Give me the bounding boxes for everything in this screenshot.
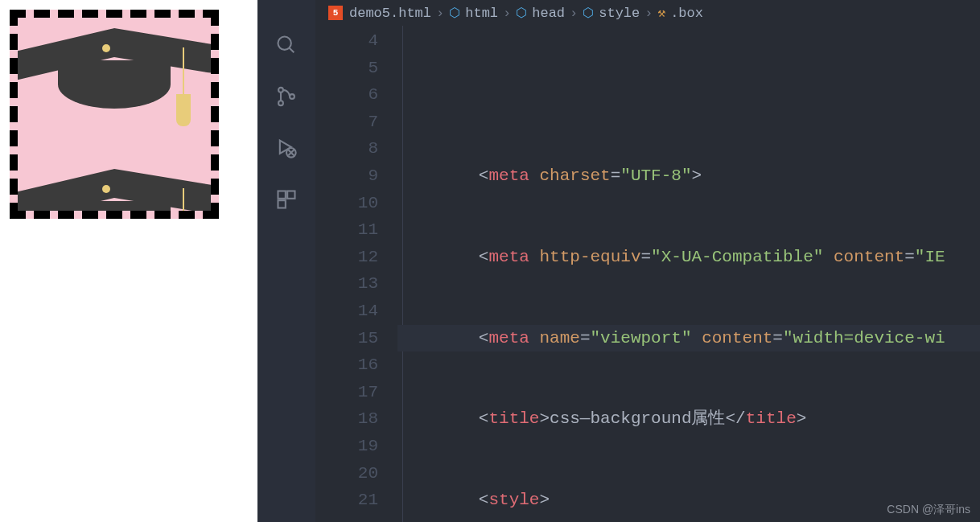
chevron-right-icon: › xyxy=(570,6,578,21)
hat-image xyxy=(10,22,219,134)
block-icon: ⬡ xyxy=(516,5,527,21)
rendered-box xyxy=(10,10,219,219)
breadcrumb[interactable]: 5 demo5.html › ⬡ html › ⬡ head › ⬡ style… xyxy=(315,0,980,26)
code-content[interactable]: <meta charset="UTF-8"> <meta http-equiv=… xyxy=(397,26,980,522)
code-line[interactable]: <meta name="viewport" content="width=dev… xyxy=(397,325,980,352)
hat-image xyxy=(10,162,219,219)
activity-bar xyxy=(257,0,315,522)
search-icon[interactable] xyxy=(274,32,299,58)
editor-area: 5 demo5.html › ⬡ html › ⬡ head › ⬡ style… xyxy=(315,0,980,522)
run-debug-icon[interactable] xyxy=(274,135,299,161)
chevron-right-icon: › xyxy=(644,6,653,21)
svg-point-0 xyxy=(278,37,291,50)
code-line[interactable]: <meta charset="UTF-8"> xyxy=(397,162,980,190)
breadcrumb-part[interactable]: head xyxy=(532,6,565,21)
svg-line-1 xyxy=(290,48,294,53)
line-gutter: 4 5 6 7 8 9 10 11 12 13 14 15 16 17 18 1… xyxy=(315,26,397,522)
svg-point-3 xyxy=(278,101,283,105)
chevron-right-icon: › xyxy=(503,6,511,21)
code-line[interactable]: <meta http-equiv="X-UA-Compatible" conte… xyxy=(397,244,980,271)
source-control-icon[interactable] xyxy=(274,84,299,109)
code-line[interactable]: <title>css—background属性</title> xyxy=(397,405,980,433)
watermark: CSDN @泽哥ins xyxy=(887,503,970,517)
breadcrumb-part[interactable]: style xyxy=(599,6,640,21)
breadcrumb-file[interactable]: demo5.html xyxy=(349,6,431,21)
block-icon: ⬡ xyxy=(583,5,594,21)
svg-rect-10 xyxy=(278,200,286,208)
html5-icon: 5 xyxy=(328,6,343,20)
svg-rect-11 xyxy=(287,191,294,199)
extensions-icon[interactable] xyxy=(274,187,299,212)
css-class-icon: ⚒ xyxy=(657,5,665,21)
svg-point-2 xyxy=(278,88,283,92)
breadcrumb-part[interactable]: html xyxy=(465,6,498,21)
code-editor[interactable]: 4 5 6 7 8 9 10 11 12 13 14 15 16 17 18 1… xyxy=(315,26,980,522)
block-icon: ⬡ xyxy=(449,5,460,21)
svg-rect-9 xyxy=(278,191,286,199)
preview-pane xyxy=(0,0,257,522)
chevron-right-icon: › xyxy=(436,6,444,21)
breadcrumb-part[interactable]: .box xyxy=(670,6,703,21)
